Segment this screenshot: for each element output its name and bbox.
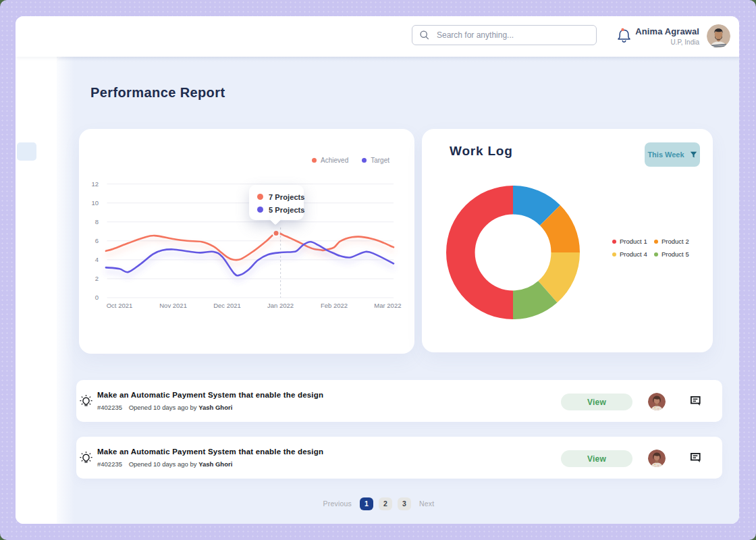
svg-text:Jan 2022: Jan 2022 <box>267 302 294 309</box>
svg-text:Nov 2021: Nov 2021 <box>159 302 187 309</box>
task-title: Make an Automatic Payment System that en… <box>97 391 323 399</box>
achieved-dot-icon <box>312 158 317 163</box>
legend-dot-icon <box>654 252 658 256</box>
view-button[interactable]: View <box>561 450 632 467</box>
pagination-next[interactable]: Next <box>419 500 434 508</box>
tooltip-achieved-value: 7 Projects <box>269 193 305 201</box>
legend-dot-icon <box>612 240 616 244</box>
svg-text:8: 8 <box>95 218 99 225</box>
svg-text:Mar 2022: Mar 2022 <box>374 302 401 309</box>
page-title: Performance Report <box>90 85 225 101</box>
tooltip-row-achieved: 7 Projects <box>257 190 304 203</box>
task-author: Yash Ghori <box>198 460 232 468</box>
legend-label: Product 5 <box>662 250 689 258</box>
task-row: Make an Automatic Payment System that en… <box>76 437 722 479</box>
task-assignee-avatar[interactable] <box>648 450 666 467</box>
svg-text:10: 10 <box>91 199 99 207</box>
task-texts: Make an Automatic Payment System that en… <box>97 391 323 411</box>
user-info[interactable]: Anima Agrawal U.P, India <box>635 26 699 46</box>
svg-text:4: 4 <box>95 256 99 263</box>
week-filter-label: This Week <box>647 151 684 159</box>
task-id: #402235 <box>97 404 122 411</box>
line-chart-legend: Achieved Target <box>312 157 389 164</box>
donut-legend-item: Product 4 <box>612 250 654 258</box>
user-location: U.P, India <box>635 38 699 46</box>
comment-button[interactable] <box>690 396 701 407</box>
user-avatar[interactable] <box>707 24 730 48</box>
legend-item-target: Target <box>362 157 389 164</box>
search-icon <box>419 30 430 40</box>
user-name: Anima Agrawal <box>635 26 699 36</box>
donut-legend-item: Product 5 <box>654 250 689 258</box>
top-bar: Anima Agrawal U.P, India <box>16 16 739 57</box>
tooltip-target-value: 5 Projects <box>269 206 305 214</box>
week-filter-button[interactable]: This Week <box>645 142 700 167</box>
pagination: Previous 123 Next <box>17 497 739 510</box>
svg-text:2: 2 <box>95 275 99 282</box>
legend-dot-icon <box>654 240 658 244</box>
task-row: Make an Automatic Payment System that en… <box>76 380 722 422</box>
notification-dot <box>621 28 624 31</box>
target-dot-icon <box>362 158 367 163</box>
sidebar <box>16 57 57 524</box>
sidebar-active-item[interactable] <box>17 142 36 161</box>
work-log-title: Work Log <box>450 144 513 159</box>
donut-chart <box>446 185 580 320</box>
pagination-page-1[interactable]: 1 <box>360 497 373 510</box>
task-subtitle: #402235 Opened 10 days ago by Yash Ghori <box>97 404 323 411</box>
svg-text:Dec 2021: Dec 2021 <box>213 302 241 309</box>
notification-bell-button[interactable] <box>616 28 632 44</box>
search-input[interactable] <box>437 30 589 40</box>
pagination-page-3[interactable]: 3 <box>398 497 411 510</box>
legend-label-target: Target <box>371 157 389 164</box>
task-texts: Make an Automatic Payment System that en… <box>97 448 323 468</box>
pagination-pages: 123 <box>360 497 411 510</box>
svg-text:Feb 2022: Feb 2022 <box>321 302 348 309</box>
donut-legend-item: Product 2 <box>654 238 689 245</box>
task-assignee-avatar[interactable] <box>648 393 666 410</box>
svg-text:Oct 2021: Oct 2021 <box>107 302 133 309</box>
legend-label-achieved: Achieved <box>321 157 348 164</box>
svg-text:6: 6 <box>95 237 99 244</box>
task-title: Make an Automatic Payment System that en… <box>97 448 323 456</box>
tooltip-achieved-dot-icon <box>257 194 263 200</box>
idea-bulb-icon <box>80 452 92 464</box>
task-opened-text: Opened 10 days ago by <box>129 460 197 468</box>
work-log-card: Work Log This Week Product 1Product 2Pro… <box>422 129 713 352</box>
svg-text:0: 0 <box>95 294 99 301</box>
donut-legend: Product 1Product 2Product 4Product 5 <box>612 238 689 258</box>
task-assignee-avatar-image <box>648 393 666 410</box>
chart-tooltip: 7 Projects 5 Projects <box>249 185 304 220</box>
pagination-page-2[interactable]: 2 <box>379 497 392 510</box>
task-opened-text: Opened 10 days ago by <box>129 404 197 411</box>
comment-icon <box>690 452 701 464</box>
legend-label: Product 4 <box>620 250 647 258</box>
view-button[interactable]: View <box>561 394 632 410</box>
tooltip-target-dot-icon <box>257 207 263 213</box>
pagination-previous[interactable]: Previous <box>323 500 352 508</box>
search-box[interactable] <box>412 25 597 45</box>
task-assignee-avatar-image <box>648 450 666 467</box>
task-author: Yash Ghori <box>198 404 232 411</box>
donut-legend-item: Product 1 <box>612 238 654 245</box>
legend-label: Product 1 <box>620 238 647 245</box>
comment-icon <box>690 396 701 407</box>
legend-item-achieved: Achieved <box>312 157 348 164</box>
performance-chart-card: 024681012Oct 2021Nov 2021Dec 2021Jan 202… <box>79 129 414 354</box>
legend-dot-icon <box>612 252 616 256</box>
idea-bulb-icon <box>80 395 92 408</box>
comment-button[interactable] <box>690 452 701 464</box>
donut-segment <box>446 186 513 319</box>
task-subtitle: #402235 Opened 10 days ago by Yash Ghori <box>97 460 323 468</box>
bell-icon <box>616 28 632 44</box>
legend-label: Product 2 <box>662 238 689 245</box>
user-avatar-image <box>707 24 730 48</box>
svg-text:12: 12 <box>91 180 99 188</box>
task-id: #402235 <box>97 460 122 468</box>
filter-icon <box>690 151 697 159</box>
app-window: Anima Agrawal U.P, India Performance Rep… <box>16 16 739 524</box>
tooltip-row-target: 5 Projects <box>257 203 304 216</box>
